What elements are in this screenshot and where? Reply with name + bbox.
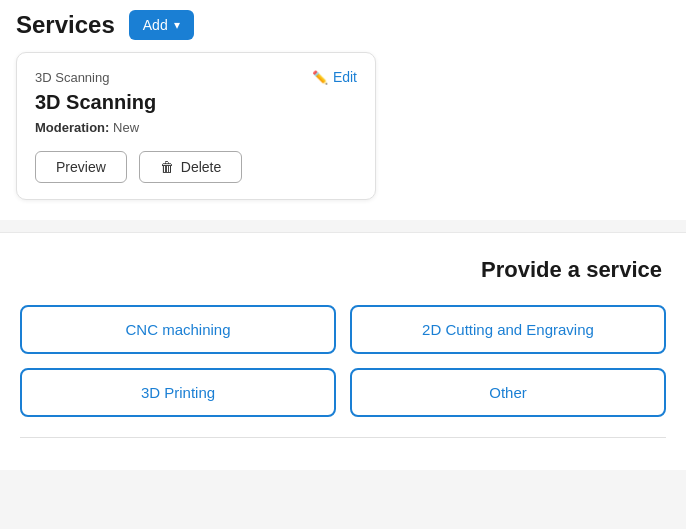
delete-label: Delete (181, 159, 221, 175)
delete-button[interactable]: 🗑 Delete (139, 151, 242, 183)
moderation-value: New (113, 120, 139, 135)
service-category: 3D Scanning (35, 70, 109, 85)
page-title: Services (16, 11, 115, 39)
service-option-cutting[interactable]: 2D Cutting and Engraving (350, 305, 666, 354)
add-button-label: Add (143, 17, 168, 33)
service-option-printing[interactable]: 3D Printing (20, 368, 336, 417)
edit-label: Edit (333, 69, 357, 85)
service-card-header: 3D Scanning ✏️ Edit (35, 69, 357, 85)
service-option-other[interactable]: Other (350, 368, 666, 417)
provide-service-title: Provide a service (20, 257, 666, 283)
preview-button[interactable]: Preview (35, 151, 127, 183)
provide-service-section: Provide a service CNC machining 2D Cutti… (0, 232, 686, 470)
service-options-grid: CNC machining 2D Cutting and Engraving 3… (20, 305, 666, 417)
service-name: 3D Scanning (35, 91, 357, 114)
edit-link[interactable]: ✏️ Edit (312, 69, 357, 85)
page-header: Services Add ▾ (0, 0, 686, 52)
moderation-label: Moderation: (35, 120, 109, 135)
card-actions: Preview 🗑 Delete (35, 151, 357, 183)
service-card: 3D Scanning ✏️ Edit 3D Scanning Moderati… (16, 52, 376, 200)
service-card-area: 3D Scanning ✏️ Edit 3D Scanning Moderati… (0, 52, 686, 220)
service-option-cnc[interactable]: CNC machining (20, 305, 336, 354)
add-button[interactable]: Add ▾ (129, 10, 194, 40)
moderation-line: Moderation: New (35, 120, 357, 135)
bottom-divider (20, 437, 666, 438)
chevron-down-icon: ▾ (174, 18, 180, 32)
edit-icon: ✏️ (312, 70, 328, 85)
trash-icon: 🗑 (160, 159, 174, 175)
